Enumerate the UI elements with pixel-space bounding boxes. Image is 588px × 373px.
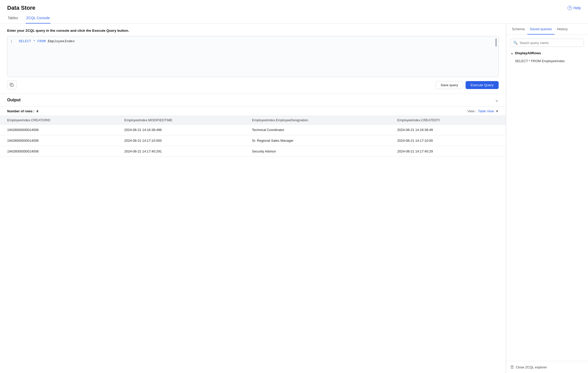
svg-rect-0 (11, 84, 13, 86)
code-content: SELECT * FROM EmployeeIndex (19, 39, 75, 43)
right-panel-tabs: Schema Saved queries History (506, 24, 588, 35)
editor-toolbar: Save query Execute Query (7, 81, 499, 89)
table-cell: 2024-08-21 14:16:38:496 (117, 125, 245, 135)
scroll-handle (495, 38, 497, 47)
col-header-creatorid: EmployeeIndex.CREATORID (0, 116, 117, 125)
saved-query-group-name: DisplayAllRows (515, 51, 541, 55)
right-panel: Schema Saved queries History 🔍 ⌄ Display… (506, 24, 588, 373)
col-header-createdtime: EmployeeIndex.CREATEDTI (390, 116, 506, 125)
right-tab-schema[interactable]: Schema (509, 24, 527, 35)
output-title: Output (7, 98, 20, 102)
search-icon: 🔍 (513, 41, 518, 45)
output-area: Output ⌄ Number of rows : 4 View : Table… (0, 94, 506, 373)
help-label: Help (573, 6, 581, 10)
col-header-designation: EmployeeIndex.EmployeeDesignation (245, 116, 390, 125)
table-cell: 2024-08-21 14:16:38:49 (390, 125, 506, 135)
table-cell: 19428000000014006 (0, 146, 117, 157)
editor-buttons: Save query Execute Query (436, 81, 499, 89)
table-cell: 2024-08-21 14:17:40:29 (390, 146, 506, 157)
help-link[interactable]: ? Help (568, 6, 581, 10)
view-value: Table View (478, 109, 494, 113)
table-cell: 2024-08-21 14:17:10:000 (117, 135, 245, 146)
output-meta: Number of rows : 4 View : Table View ▼ (0, 107, 506, 116)
output-collapse-icon[interactable]: ⌄ (495, 97, 499, 103)
save-query-button[interactable]: Save query (436, 81, 463, 89)
view-selector[interactable]: View : Table View ▼ (467, 109, 499, 113)
right-panel-content: 🔍 ⌄ DisplayAllRows SELECT * FROM Employe… (506, 35, 588, 361)
copy-icon (10, 83, 14, 87)
table-cell: 2024-08-21 14:17:10:00 (390, 135, 506, 146)
kw-space (35, 39, 37, 43)
right-tab-history[interactable]: History (554, 24, 570, 35)
page-title: Data Store (7, 5, 35, 11)
table-cell: Sr. Regional Sales Manager (245, 135, 390, 146)
right-tab-saved-queries[interactable]: Saved queries (527, 24, 554, 35)
close-explorer-footer[interactable]: ☰ Close ZCQL explorer (506, 361, 588, 373)
help-circle-icon: ? (568, 6, 572, 10)
table-cell: 19428000000014006 (0, 135, 117, 146)
saved-query-group: ⌄ DisplayAllRows SELECT * FROM EmployeeI… (510, 51, 584, 65)
tab-zcql-console[interactable]: ZCQL Console (26, 14, 50, 24)
copy-button[interactable] (7, 81, 16, 89)
table-cell: Security Advisor (245, 146, 390, 157)
table-cell: Technical Coordinator (245, 125, 390, 135)
row-count-value: 4 (36, 109, 38, 113)
view-label: View : (467, 109, 476, 113)
kw-from: FROM (37, 39, 46, 43)
close-explorer-label: Close ZCQL explorer (516, 365, 547, 369)
search-box[interactable]: 🔍 (510, 39, 584, 47)
row-count-label: Number of rows : (7, 109, 35, 113)
line-number: 1 (10, 39, 15, 43)
saved-query-item[interactable]: SELECT * FROM EmployeeIndex (510, 58, 584, 65)
kw-table: EmployeeIndex (48, 39, 75, 43)
console-instruction: Enter your ZCQL query in the console and… (7, 29, 499, 32)
output-header: Output ⌄ (0, 94, 506, 107)
main-tabs: Tables ZCQL Console (0, 14, 588, 24)
view-dropdown-icon: ▼ (496, 109, 499, 113)
console-area: Enter your ZCQL query in the console and… (0, 24, 506, 94)
table-header-row: EmployeeIndex.CREATORID EmployeeIndex.MO… (0, 116, 506, 125)
hamburger-icon: ☰ (510, 365, 514, 369)
col-header-modifiedtime: EmployeeIndex.MODIFIEDTIME (117, 116, 245, 125)
search-input[interactable] (520, 41, 581, 45)
table-cell: 19428000000014006 (0, 125, 117, 135)
table-row: 194280000000140062024-08-21 14:17:10:000… (0, 135, 506, 146)
results-table: EmployeeIndex.CREATORID EmployeeIndex.MO… (0, 116, 506, 157)
kw-select: SELECT (19, 39, 31, 43)
row-count: Number of rows : 4 (7, 109, 38, 113)
table-row: 194280000000140062024-08-21 14:16:38:496… (0, 125, 506, 135)
chevron-down-icon: ⌄ (510, 51, 513, 55)
code-editor[interactable]: 1 SELECT * FROM EmployeeIndex (7, 36, 499, 77)
table-cell: 2024-08-21 14:17:40:291 (117, 146, 245, 157)
execute-query-button[interactable]: Execute Query (466, 81, 499, 89)
tab-tables[interactable]: Tables (7, 14, 18, 24)
kw-asterisk: * (33, 39, 35, 43)
table-row: 194280000000140062024-08-21 14:17:40:291… (0, 146, 506, 157)
saved-query-group-header[interactable]: ⌄ DisplayAllRows (510, 51, 584, 55)
